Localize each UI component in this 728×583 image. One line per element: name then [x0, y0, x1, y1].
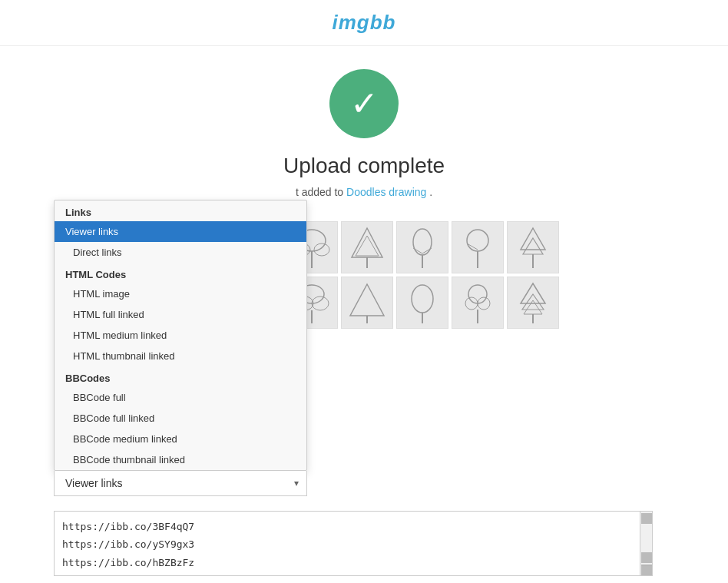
thumb-4[interactable] [396, 221, 448, 273]
menu-item-html-image[interactable]: HTML image [55, 283, 306, 304]
svg-marker-7 [356, 236, 379, 256]
link-type-dropdown-container: Links Viewer links Direct links HTML Cod… [54, 200, 307, 496]
thumb-6[interactable] [507, 221, 559, 273]
link-type-select[interactable]: Viewer links Direct links HTML image HTM… [55, 471, 306, 495]
logo: imgbb [333, 11, 396, 35]
thumb-11[interactable] [452, 277, 504, 329]
svg-point-13 [467, 230, 488, 251]
svg-point-27 [412, 285, 433, 313]
header: imgbb [0, 0, 728, 46]
bbcode-section-label: BBCodes [55, 366, 306, 387]
svg-point-29 [468, 285, 487, 303]
scroll-down-arrow[interactable] [641, 552, 652, 563]
menu-item-direct-links[interactable]: Direct links [55, 242, 306, 263]
dropdown-select-wrapper: Viewer links Direct links HTML image HTM… [54, 471, 307, 496]
thumb-5[interactable] [452, 221, 504, 273]
menu-item-bbcode-full-linked[interactable]: BBCode full linked [55, 408, 306, 429]
svg-marker-25 [350, 284, 384, 316]
scroll-resize-handle[interactable] [641, 565, 652, 575]
dropdown-menu: Links Viewer links Direct links HTML Cod… [54, 200, 307, 471]
thumb-3[interactable] [341, 221, 393, 273]
links-box: https://ibb.co/3BF4qQ7 https://ibb.co/yS… [54, 511, 653, 576]
links-textarea[interactable]: https://ibb.co/3BF4qQ7 https://ibb.co/yS… [55, 512, 638, 575]
scrollbar[interactable] [640, 512, 652, 575]
checkmark-icon: ✓ [350, 87, 379, 121]
links-section-label: Links [55, 200, 306, 221]
menu-item-bbcode-medium-linked[interactable]: BBCode medium linked [55, 429, 306, 449]
success-icon: ✓ [329, 69, 399, 138]
thumb-12[interactable] [507, 277, 559, 329]
menu-item-bbcode-thumbnail-linked[interactable]: BBCode thumbnail linked [55, 449, 306, 470]
menu-item-html-thumbnail-linked[interactable]: HTML thumbnail linked [55, 346, 306, 366]
svg-marker-6 [352, 228, 382, 257]
upload-title: Upload complete [283, 154, 445, 178]
subtitle-text-after: . [429, 186, 432, 198]
menu-item-viewer-links[interactable]: Viewer links [55, 221, 306, 242]
scroll-up-arrow[interactable] [641, 513, 652, 524]
subtitle-text-before: t added to [296, 186, 346, 198]
svg-point-9 [413, 229, 432, 255]
svg-point-4 [314, 243, 329, 256]
svg-marker-35 [524, 300, 542, 314]
thumb-10[interactable] [396, 277, 448, 329]
menu-item-html-medium-linked[interactable]: HTML medium linked [55, 325, 306, 346]
menu-item-bbcode-full[interactable]: BBCode full [55, 387, 306, 408]
links-container: https://ibb.co/3BF4qQ7 https://ibb.co/yS… [54, 511, 653, 576]
thumb-9[interactable] [341, 277, 393, 329]
menu-item-html-full-linked[interactable]: HTML full linked [55, 304, 306, 325]
html-section-label: HTML Codes [55, 263, 306, 283]
upload-subtitle: t added to Doodles drawing . [296, 186, 432, 198]
album-link[interactable]: Doodles drawing [346, 186, 426, 198]
